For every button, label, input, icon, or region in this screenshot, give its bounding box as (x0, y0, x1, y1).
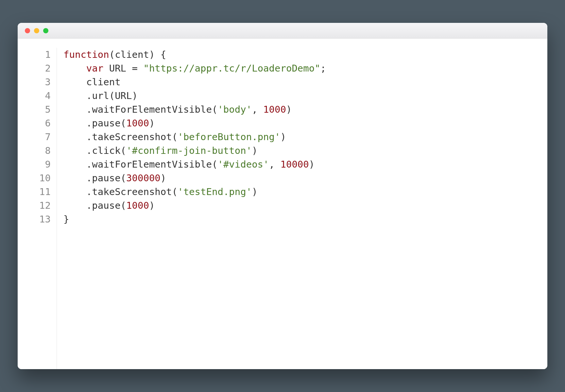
line-number: 1 (18, 48, 51, 61)
code-token: } (63, 214, 69, 225)
code-line[interactable]: .click('#confirm-join-button') (63, 144, 547, 157)
line-number: 10 (18, 171, 51, 185)
line-number: 7 (18, 130, 51, 144)
code-token: .waitForElementVisible( (63, 159, 217, 170)
code-token (63, 63, 86, 74)
line-number-gutter: 12345678910111213 (18, 48, 57, 369)
code-token: '#videos' (217, 159, 269, 170)
code-token: URL = (103, 63, 143, 74)
code-token: 'beforeButton.png' (178, 131, 280, 142)
code-token: ) (149, 200, 155, 211)
code-token: ) (252, 145, 257, 156)
code-line[interactable]: .pause(300000) (63, 171, 547, 185)
code-token: ) (149, 118, 155, 129)
window-titlebar (18, 23, 547, 39)
line-number: 6 (18, 116, 51, 130)
traffic-lights (25, 28, 48, 33)
line-number: 13 (18, 212, 51, 226)
code-token: .waitForElementVisible( (63, 104, 217, 115)
code-token: "https://appr.tc/r/LoaderoDemo" (143, 63, 320, 74)
line-number: 4 (18, 89, 51, 103)
code-line[interactable]: .pause(1000) (63, 199, 547, 212)
code-token: .pause( (63, 118, 126, 129)
code-token: ; (320, 63, 326, 74)
code-token: .pause( (63, 200, 126, 211)
code-token: 'testEnd.png' (178, 186, 252, 197)
line-number: 2 (18, 61, 51, 75)
code-line[interactable]: var URL = "https://appr.tc/r/LoaderoDemo… (63, 61, 547, 75)
code-editor-window: 12345678910111213 function(client) { var… (18, 23, 547, 369)
code-token: ) (280, 131, 286, 142)
line-number: 11 (18, 185, 51, 199)
code-token: ) (252, 186, 257, 197)
code-token: 1000 (126, 118, 149, 129)
code-token: .pause( (63, 172, 126, 184)
code-token: , (252, 104, 263, 115)
code-line[interactable]: client (63, 75, 547, 89)
line-number: 12 (18, 199, 51, 212)
line-number: 3 (18, 75, 51, 89)
code-token: , (269, 159, 281, 170)
code-token: .takeScreenshot( (63, 131, 178, 142)
close-icon[interactable] (25, 28, 30, 33)
code-line[interactable]: .takeScreenshot('beforeButton.png') (63, 130, 547, 144)
code-token: 1000 (263, 104, 286, 115)
editor-area[interactable]: 12345678910111213 function(client) { var… (18, 39, 547, 369)
code-token: 1000 (126, 200, 149, 211)
code-token: ) (309, 159, 315, 170)
code-line[interactable]: .takeScreenshot('testEnd.png') (63, 185, 547, 199)
code-line[interactable]: .waitForElementVisible('body', 1000) (63, 103, 547, 116)
code-token: ) (161, 172, 166, 184)
code-content[interactable]: function(client) { var URL = "https://ap… (57, 48, 547, 369)
code-line[interactable]: function(client) { (63, 48, 547, 61)
code-line[interactable]: .pause(1000) (63, 116, 547, 130)
maximize-icon[interactable] (43, 28, 48, 33)
code-token: 'body' (217, 104, 252, 115)
line-number: 8 (18, 144, 51, 157)
code-token: .url(URL) (63, 90, 138, 101)
minimize-icon[interactable] (34, 28, 39, 33)
code-token: 300000 (126, 172, 161, 184)
code-line[interactable]: .waitForElementVisible('#videos', 10000) (63, 157, 547, 171)
code-token: client (63, 76, 121, 88)
code-token: var (86, 63, 103, 74)
code-token: '#confirm-join-button' (126, 145, 252, 156)
line-number: 9 (18, 157, 51, 171)
code-token: function (63, 49, 109, 60)
code-token: (client) { (109, 49, 166, 60)
code-token: .takeScreenshot( (63, 186, 178, 197)
code-token: ) (286, 104, 292, 115)
code-line[interactable]: .url(URL) (63, 89, 547, 103)
code-token: .click( (63, 145, 126, 156)
code-line[interactable]: } (63, 212, 547, 226)
code-token: 10000 (280, 159, 309, 170)
line-number: 5 (18, 103, 51, 116)
